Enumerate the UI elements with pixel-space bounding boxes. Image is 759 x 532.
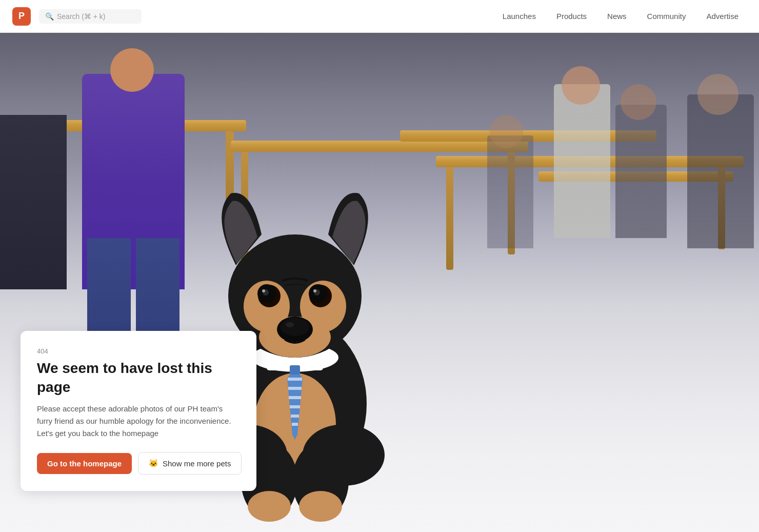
person-1-head <box>110 48 154 92</box>
nav-item-advertise[interactable]: Advertise <box>698 8 747 25</box>
bg-person-1 <box>487 135 533 248</box>
logo[interactable]: P <box>12 7 31 26</box>
search-box[interactable]: 🔍 Search (⌘ + k) <box>39 9 142 24</box>
person-5-torso <box>687 94 754 248</box>
error-code: 404 <box>37 347 240 355</box>
person-4-head <box>621 84 656 120</box>
person-3-torso <box>554 84 610 238</box>
svg-point-22 <box>262 289 265 292</box>
nav-item-news[interactable]: News <box>599 8 635 25</box>
search-icon: 🔍 <box>45 12 54 21</box>
pets-emoji: 🐱 <box>149 459 158 468</box>
table-leg-3a <box>446 167 453 270</box>
store-table-2 <box>231 141 528 152</box>
go-homepage-button[interactable]: Go to the homepage <box>37 453 132 474</box>
svg-point-23 <box>313 289 316 292</box>
person-2-torso <box>0 115 67 289</box>
show-more-pets-label: Show me more pets <box>163 459 231 468</box>
error-card: 404 We seem to have lost this page Pleas… <box>21 331 256 491</box>
svg-point-26 <box>286 322 294 327</box>
logo-letter: P <box>18 11 25 22</box>
person-4-torso <box>615 105 667 238</box>
header: P 🔍 Search (⌘ + k) Launches Products New… <box>0 0 759 33</box>
person-5-head <box>697 74 738 115</box>
show-more-pets-button[interactable]: 🐱 Show me more pets <box>138 452 242 475</box>
search-placeholder-text: Search (⌘ + k) <box>57 12 106 21</box>
main-nav: Launches Products News Community Adverti… <box>494 8 747 25</box>
error-title: We seem to have lost this page <box>37 359 240 397</box>
action-buttons: Go to the homepage 🐱 Show me more pets <box>37 452 240 475</box>
nav-item-community[interactable]: Community <box>639 8 694 25</box>
svg-point-30 <box>299 491 342 522</box>
nav-item-launches[interactable]: Launches <box>494 8 544 25</box>
person-3-head <box>562 66 600 105</box>
svg-point-29 <box>248 491 291 522</box>
bg-person-1-head <box>490 115 523 148</box>
nav-item-products[interactable]: Products <box>548 8 595 25</box>
svg-point-25 <box>281 318 309 336</box>
svg-point-32 <box>303 424 385 486</box>
error-description: Please accept these adorable photos of o… <box>37 403 240 440</box>
svg-rect-11 <box>290 365 300 375</box>
